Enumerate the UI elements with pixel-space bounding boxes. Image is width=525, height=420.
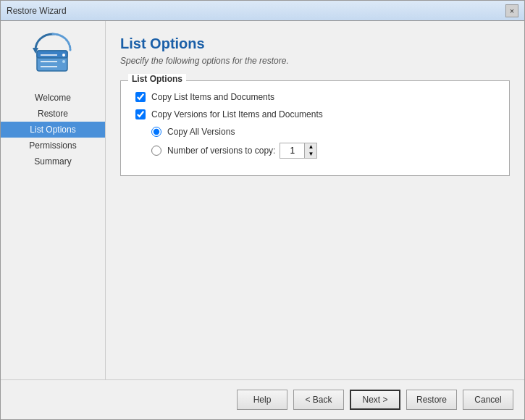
next-button[interactable]: Next >	[350, 390, 400, 410]
page-subtitle: Specify the following options for the re…	[120, 56, 510, 66]
wizard-icon	[28, 28, 78, 79]
sidebar-item-list-options[interactable]: List Options	[1, 122, 105, 138]
restore-button[interactable]: Restore	[406, 390, 457, 410]
group-box-title: List Options	[128, 74, 186, 84]
sidebar-item-restore[interactable]: Restore	[1, 106, 105, 122]
sidebar-item-permissions[interactable]: Permissions	[1, 138, 105, 154]
spinner-down-button[interactable]: ▼	[305, 151, 316, 158]
restore-wizard-window: Restore Wizard ×	[0, 0, 525, 420]
versions-spinner-input[interactable]	[280, 143, 305, 159]
help-button[interactable]: Help	[237, 390, 287, 410]
copy-list-items-checkbox[interactable]	[135, 92, 146, 102]
copy-all-versions-radio[interactable]	[151, 127, 161, 137]
num-versions-label: Number of versions to copy:	[167, 146, 275, 156]
page-title: List Options	[120, 35, 510, 52]
list-options-group: List Options Copy List Items and Documen…	[120, 80, 510, 176]
spinner-up-button[interactable]: ▲	[305, 143, 316, 151]
title-bar: Restore Wizard ×	[1, 1, 524, 21]
spinner-buttons: ▲ ▼	[305, 143, 317, 159]
window-title: Restore Wizard	[7, 6, 67, 16]
content-area: List Options Specify the following optio…	[106, 21, 524, 379]
sidebar: Welcome Restore List Options Permissions…	[1, 21, 106, 379]
main-content: Welcome Restore List Options Permissions…	[1, 21, 524, 379]
nav-items: Welcome Restore List Options Permissions…	[1, 90, 105, 169]
copy-versions-label: Copy Versions for List Items and Documen…	[151, 109, 323, 119]
num-versions-radio[interactable]	[151, 146, 161, 156]
close-button[interactable]: ×	[505, 4, 518, 17]
radio-group: Copy All Versions Number of versions to …	[151, 127, 495, 159]
svg-point-5	[62, 60, 65, 63]
radio1-row: Copy All Versions	[151, 127, 495, 137]
sidebar-item-welcome[interactable]: Welcome	[1, 90, 105, 106]
copy-list-items-label: Copy List Items and Documents	[151, 92, 274, 102]
cancel-button[interactable]: Cancel	[463, 390, 513, 410]
spinner-wrapper: ▲ ▼	[280, 143, 317, 159]
svg-point-3	[62, 54, 65, 56]
copy-versions-checkbox[interactable]	[135, 109, 146, 119]
checkbox1-row: Copy List Items and Documents	[135, 92, 495, 102]
back-button[interactable]: < Back	[293, 390, 344, 410]
footer: Help < Back Next > Restore Cancel	[1, 379, 524, 419]
sidebar-item-summary[interactable]: Summary	[1, 154, 105, 169]
copy-all-versions-label: Copy All Versions	[167, 127, 235, 137]
radio2-row: Number of versions to copy: ▲ ▼	[151, 143, 495, 159]
checkbox2-row: Copy Versions for List Items and Documen…	[135, 109, 495, 119]
